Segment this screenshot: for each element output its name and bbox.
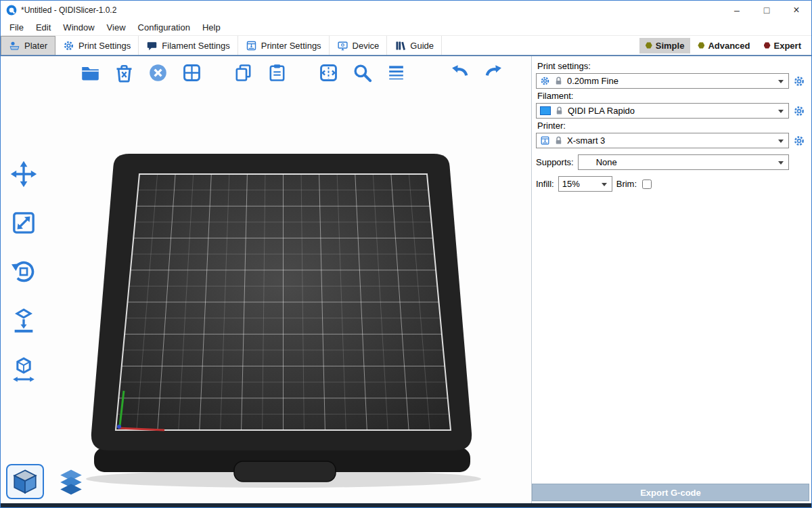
chevron-down-icon <box>778 80 784 83</box>
copy-button[interactable] <box>229 59 256 86</box>
menu-edit[interactable]: Edit <box>30 20 57 35</box>
supports-value: None <box>596 157 617 167</box>
paste-button[interactable] <box>263 59 290 86</box>
arrange-icon <box>181 62 202 83</box>
undo-button[interactable] <box>446 59 473 86</box>
viewport-3d[interactable] <box>1 56 532 503</box>
layers-view-icon <box>57 467 85 496</box>
print-settings-label: Print settings: <box>537 61 806 71</box>
menu-help[interactable]: Help <box>196 20 227 35</box>
infill-select[interactable]: 15% <box>558 176 612 192</box>
settings-panel: Print settings: 0.20mm Fine Filament: QI… <box>532 56 811 503</box>
move-icon <box>10 161 37 188</box>
menu-configuration[interactable]: Configuration <box>132 20 196 35</box>
maximize-button[interactable]: □ <box>752 1 782 20</box>
tab-device[interactable]: Device <box>330 36 388 55</box>
search-button[interactable] <box>348 59 376 86</box>
axis-z-indicator <box>117 425 121 429</box>
chevron-down-icon <box>778 110 784 113</box>
variable-layer-height-button[interactable] <box>382 59 409 86</box>
undo-icon <box>449 62 470 83</box>
tab-print-settings[interactable]: Print Settings <box>55 36 139 55</box>
menu-bar: File Edit Window View Configuration Help <box>1 20 811 36</box>
split-button[interactable] <box>315 59 342 86</box>
delete-all-button[interactable] <box>144 59 171 86</box>
mode-advanced-label: Advanced <box>708 41 750 51</box>
mode-expert[interactable]: Expert <box>758 38 807 54</box>
export-gcode-button[interactable]: Export G-code <box>532 484 809 501</box>
lock-icon <box>554 76 564 86</box>
filament-edit-button[interactable] <box>792 104 806 118</box>
brim-checkbox[interactable] <box>642 179 652 189</box>
tab-printer-settings-label: Printer Settings <box>261 41 321 51</box>
filament-select[interactable]: QIDI PLA Rapido <box>536 103 789 119</box>
left-toolbar <box>6 158 41 385</box>
scale-icon <box>10 209 37 236</box>
tab-print-settings-label: Print Settings <box>78 41 131 51</box>
chevron-down-icon <box>778 140 784 143</box>
preview-layers-view-button[interactable] <box>52 464 90 499</box>
move-button[interactable] <box>6 158 41 190</box>
chevron-down-icon <box>778 161 784 165</box>
simple-mode-dot-icon <box>646 42 652 49</box>
arrange-button[interactable] <box>178 59 205 86</box>
cube-3d-icon <box>11 467 39 496</box>
infill-value: 15% <box>562 179 580 189</box>
bottom-bar <box>1 503 811 507</box>
print-settings-select[interactable]: 0.20mm Fine <box>536 73 789 89</box>
tab-guide[interactable]: Guide <box>387 36 442 55</box>
minimize-button[interactable]: – <box>722 1 752 20</box>
tab-filament-settings-label: Filament Settings <box>162 41 229 51</box>
redo-button[interactable] <box>480 59 507 86</box>
printer-edit-button[interactable] <box>792 134 806 148</box>
infill-label: Infill: <box>536 179 554 189</box>
expert-mode-dot-icon <box>764 42 771 49</box>
tab-filament-settings[interactable]: Filament Settings <box>139 36 238 55</box>
printer-select[interactable]: X-smart 3 <box>536 133 789 148</box>
printer-icon <box>540 135 550 146</box>
chevron-down-icon <box>602 183 607 186</box>
device-monitor-icon <box>337 40 348 51</box>
open-button[interactable] <box>76 59 104 86</box>
tab-printer-settings[interactable]: Printer Settings <box>238 36 330 55</box>
menu-file[interactable]: File <box>3 20 30 35</box>
gear-icon <box>793 105 805 117</box>
tab-plater-label: Plater <box>24 41 47 51</box>
tab-plater[interactable]: Plater <box>1 36 55 55</box>
filament-color-swatch <box>540 106 551 115</box>
menu-window[interactable]: Window <box>57 20 100 35</box>
gear-icon <box>793 75 805 87</box>
advanced-mode-dot-icon <box>698 42 704 49</box>
scale-button[interactable] <box>6 207 41 239</box>
app-logo-icon <box>6 5 17 16</box>
rotate-icon <box>10 258 37 285</box>
delete-button[interactable] <box>110 59 137 86</box>
delete-all-icon <box>148 62 168 83</box>
mode-advanced[interactable]: Advanced <box>692 38 756 54</box>
mode-selector: Simple Advanced Expert <box>639 36 811 55</box>
print-bed <box>82 146 501 492</box>
supports-select[interactable]: None <box>578 154 789 170</box>
dimensions-button[interactable] <box>6 353 41 385</box>
dimensions-icon <box>10 356 37 383</box>
place-on-face-icon <box>10 307 37 334</box>
print-settings-value: 0.20mm Fine <box>567 76 618 86</box>
close-button[interactable]: × <box>782 1 811 20</box>
place-on-face-button[interactable] <box>6 304 41 337</box>
lock-icon <box>554 135 564 146</box>
plater-icon <box>9 40 20 51</box>
rotate-button[interactable] <box>6 255 41 288</box>
guide-book-icon <box>394 40 406 51</box>
supports-label: Supports: <box>536 157 574 167</box>
mode-simple-label: Simple <box>656 41 685 51</box>
window-controls: – □ × <box>722 1 811 20</box>
menu-view[interactable]: View <box>101 20 132 35</box>
brim-label: Brim: <box>616 179 637 189</box>
split-icon <box>318 62 339 83</box>
print-settings-edit-button[interactable] <box>792 75 806 88</box>
copy-icon <box>233 62 254 83</box>
tab-bar: Plater Print Settings Filament Settings … <box>1 36 811 56</box>
mode-simple[interactable]: Simple <box>639 38 691 54</box>
app-window: *Untitled - QIDISlicer-1.0.2 – □ × File … <box>0 0 812 508</box>
3d-editor-view-button[interactable] <box>6 464 44 499</box>
